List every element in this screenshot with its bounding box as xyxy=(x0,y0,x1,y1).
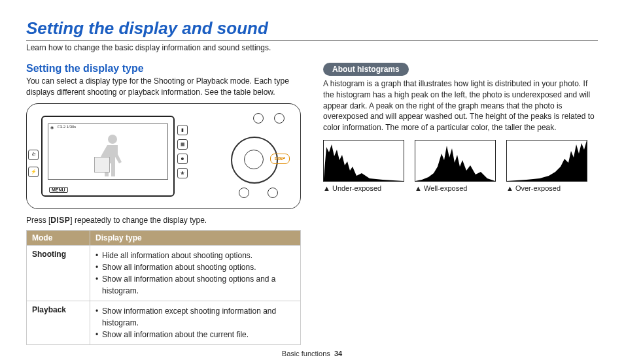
lower-button-2-icon xyxy=(239,188,249,198)
histogram-caption: ▲ Under-exposed xyxy=(323,184,403,192)
right-column: About histograms A histogram is a graph … xyxy=(323,63,598,345)
histogram-box xyxy=(506,140,587,182)
mode-cell: Shooting xyxy=(27,245,90,301)
screen-left-icons: ⏱ ⚡ xyxy=(28,150,39,177)
timer-icon: ⏱ xyxy=(28,150,39,160)
list-item: Show all information about shooting opti… xyxy=(95,273,295,297)
menu-button-icon: MENU xyxy=(49,187,68,193)
mode-cell: Playback xyxy=(27,301,90,344)
camera-viewport xyxy=(48,124,168,180)
page-number: 34 xyxy=(334,350,342,357)
page-title: Setting the display and sound xyxy=(26,18,598,39)
list-item: Show all information about shooting opti… xyxy=(95,261,295,273)
press-instruction: Press [DISP] repeatedly to change the di… xyxy=(26,216,301,225)
macro-icon: ❀ xyxy=(177,168,188,178)
list-item: Show information except shooting informa… xyxy=(95,305,295,329)
type-cell: Hide all information about shooting opti… xyxy=(90,245,301,301)
svg-marker-1 xyxy=(324,144,404,181)
list-item: Hide all information about shooting opti… xyxy=(95,250,295,261)
th-display-type: Display type xyxy=(90,230,301,245)
histogram-caption: ▲ Over-exposed xyxy=(506,184,586,192)
histogram-para: A histogram is a graph that illustrates … xyxy=(323,78,598,133)
table-row: Shooting Hide all information about shoo… xyxy=(27,245,301,301)
disp-button-icon: DISP xyxy=(270,154,290,164)
camera-illustration: ◉ F3.2 1/30s ⏱ ⚡ ▮ xyxy=(26,103,301,209)
type-cell: Show information except shooting informa… xyxy=(90,301,301,344)
screen-right-icons: ▮ ▦ ☻ ❀ xyxy=(177,125,188,178)
disp-key-label: DISP xyxy=(50,216,70,225)
th-mode: Mode xyxy=(27,230,90,245)
histogram-caption: ▲ Well-exposed xyxy=(415,184,494,192)
intro-text: Learn how to change the basic display in… xyxy=(26,43,598,52)
histogram-box xyxy=(323,140,404,182)
histogram-row: ▲ Under-exposed ▲ Well-exposed ▲ Over-ex… xyxy=(323,140,598,192)
about-histograms-pill: About histograms xyxy=(323,63,409,76)
table-row: Playback Show information except shootin… xyxy=(27,301,301,344)
left-column: Setting the display type You can select … xyxy=(26,63,301,345)
lower-button-1-icon xyxy=(268,188,278,198)
histogram-box xyxy=(415,140,496,182)
flash-icon: ⚡ xyxy=(28,167,39,177)
display-type-para: You can select a display type for the Sh… xyxy=(26,76,301,98)
grid-icon: ▦ xyxy=(177,139,188,150)
camera-screen: ◉ F3.2 1/30s ⏱ ⚡ ▮ xyxy=(41,116,175,197)
svg-marker-3 xyxy=(507,141,587,181)
face-icon: ☻ xyxy=(177,154,188,164)
display-type-table: Mode Display type Shooting Hide all info… xyxy=(26,230,301,345)
histogram-well-exposed: ▲ Well-exposed xyxy=(415,140,494,192)
list-item: Show all information about the current f… xyxy=(95,329,295,340)
histogram-under-exposed: ▲ Under-exposed xyxy=(323,140,403,192)
button-icon xyxy=(253,113,264,124)
indicator-dot-icon xyxy=(274,113,285,124)
footer-section: Basic functions xyxy=(282,350,330,357)
focus-box-icon xyxy=(94,157,110,173)
histogram-over-exposed: ▲ Over-exposed xyxy=(506,140,586,192)
page-footer: Basic functions 34 xyxy=(0,350,624,357)
ok-button-icon xyxy=(244,150,264,169)
camera-controls-area: DISP xyxy=(198,113,290,198)
battery-icon: ▮ xyxy=(177,125,188,135)
section-heading-display-type: Setting the display type xyxy=(26,63,301,74)
svg-marker-2 xyxy=(415,146,495,181)
title-rule xyxy=(26,40,598,41)
svg-point-0 xyxy=(108,135,117,144)
